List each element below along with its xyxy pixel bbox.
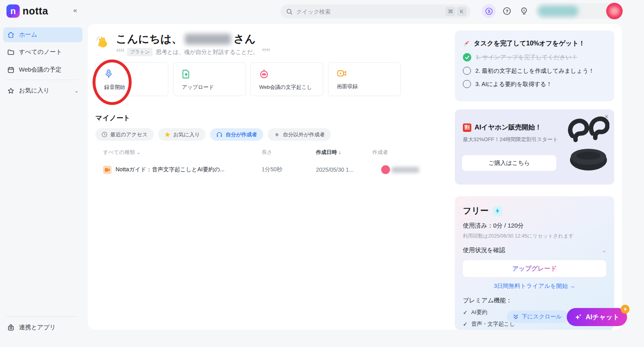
recording-thumb-icon [103, 166, 111, 174]
sidebar-item-all-notes[interactable]: すべてのノート [3, 45, 83, 60]
filter-label: お気に入り [173, 131, 200, 138]
plan-name-row: フリー [463, 205, 606, 216]
creator-name-redacted [392, 167, 419, 173]
quote-open-icon: ““ [116, 49, 124, 55]
note-created: 2025/05/30 1... [316, 166, 353, 173]
meeting-transcription-card[interactable]: Web会議の文字起こし [250, 62, 323, 96]
sidebar-item-integrations[interactable]: 連携とアプリ [3, 320, 83, 335]
section-title-mynotes: マイノート [95, 113, 130, 123]
folder-icon [7, 49, 14, 56]
check-circle-icon [463, 53, 471, 62]
main-panel: こんにちは、さん ““ プラトン 思考とは、魂が自分と対話することだ。 ”” 録… [88, 24, 622, 330]
task-label: 2. 最初の文字起こしを作成してみましょう！ [475, 67, 594, 75]
plan-reset-info: 利用回数は2025/06/30 12:45にリセットされます [463, 233, 606, 240]
question-icon: ? [503, 7, 511, 15]
apps-bag-icon [7, 324, 14, 331]
top-bar: n notta « ⌘ K $ ? [0, 0, 644, 23]
check-icon: ✓ [463, 321, 468, 327]
search-input[interactable] [296, 8, 444, 15]
screen-record-icon [337, 69, 400, 78]
quick-search[interactable]: ⌘ K [281, 4, 471, 18]
tasks-title: タスクを完了して10%オフをゲット！ [463, 39, 606, 48]
sparkles-icon [574, 313, 582, 321]
earn-rewards-button[interactable]: $ [482, 4, 496, 18]
star-yellow-icon [164, 131, 171, 138]
creator-avatar [381, 165, 390, 174]
premium-features-title: プレミアム機能： [463, 297, 606, 304]
purchase-button[interactable]: ご購入はこちら [462, 155, 556, 171]
sidebar-divider [6, 80, 78, 80]
avatar[interactable] [606, 3, 623, 19]
sidebar-divider [6, 316, 78, 317]
svg-text:?: ? [506, 8, 508, 13]
free-trial-link[interactable]: 3日間無料トライアルを開始 → [463, 282, 606, 290]
earphones-image [565, 115, 609, 175]
tasks-card: タスクを完了して10%オフをゲット！ 1. サインアップを完了してください！ 2… [455, 31, 614, 101]
sidebar-item-meeting-schedule[interactable]: Web会議の予定 [3, 62, 83, 77]
waving-hand-icon [95, 35, 110, 50]
filter-created-by-me[interactable]: 自分が作成者 [210, 128, 263, 141]
sidebar-collapse-button[interactable]: « [73, 6, 77, 14]
link-icon [274, 131, 280, 138]
screen-record-card[interactable]: 画面収録 [328, 62, 401, 96]
clock-icon [101, 131, 107, 138]
sidebar-item-label: ホーム [19, 31, 37, 39]
upgrade-button[interactable]: アップグレード [463, 260, 606, 277]
greeting-name-redacted [185, 34, 231, 45]
quote-close-icon: ”” [262, 49, 270, 55]
filter-label: 最近のアクセス [110, 131, 148, 138]
lightbulb-icon [520, 7, 528, 15]
search-icon [286, 8, 293, 15]
column-header-created[interactable]: 作成日時 ↓ [316, 149, 341, 156]
microphone-icon [104, 69, 168, 79]
column-header-creator[interactable]: 作成者 [372, 149, 388, 156]
note-title[interactable]: Nottaガイド：音声文字起こしとAI要約の... [116, 166, 225, 173]
column-header-length[interactable]: 長さ [262, 149, 272, 156]
filter-recent-access[interactable]: 最近のアクセス [95, 128, 154, 141]
user-name-redacted [538, 6, 578, 16]
sidebar-item-label: お気に入り [19, 87, 50, 94]
ai-chat-button[interactable]: AIチャット [567, 308, 627, 326]
svg-text:$: $ [487, 9, 490, 14]
task-label: 1. サインアップを完了してください！ [476, 53, 578, 61]
help-button[interactable]: ? [502, 6, 511, 15]
notta-logo-icon: n [6, 4, 20, 18]
filter-created-by-others[interactable]: 自分以外が作成者 [268, 128, 331, 141]
task-item-2[interactable]: 2. 最初の文字起こしを作成してみましょう！ [463, 67, 606, 75]
headphones-icon [216, 131, 223, 138]
start-recording-card[interactable]: 録音開始 [95, 62, 168, 96]
brand-name: notta [23, 5, 48, 17]
cmd-key: ⌘ [446, 7, 455, 16]
filter-label: 自分以外が作成者 [283, 131, 325, 138]
sidebar-item-label: Web会議の予定 [19, 66, 62, 74]
note-length: 1分50秒 [262, 166, 282, 173]
whats-new-button[interactable] [520, 6, 528, 15]
scroll-down-button[interactable]: 下にスクロール [507, 310, 568, 323]
home-icon [7, 31, 14, 39]
sort-desc-icon: ↓ [339, 149, 341, 155]
sidebar-item-label: 連携とアプリ [19, 324, 56, 331]
k-key: K [457, 7, 466, 16]
task-item-3[interactable]: 3. AIによる要約を取得する！ [463, 80, 606, 88]
chevron-down-icon: ⌄ [74, 88, 78, 94]
star-icon [7, 87, 14, 94]
file-upload-icon [182, 69, 246, 79]
plan-name: フリー [463, 205, 489, 216]
user-account-menu[interactable] [535, 3, 622, 19]
filter-favorites[interactable]: お気に入り [158, 128, 206, 141]
note-filters: 最近のアクセス お気に入り 自分が作成者 自分以外が作成者 [95, 128, 331, 141]
earphone-promo-card: × 割 AIイヤホン販売開始！ 最大32%OFF！24時間限定割引スタート ご購… [455, 109, 614, 185]
dollar-coin-icon: $ [485, 7, 493, 15]
empty-circle-icon [463, 67, 471, 75]
action-label: Web会議の文字起こし [259, 84, 323, 91]
chevron-down-icon: ⌄ [136, 149, 141, 155]
sidebar-item-favorites[interactable]: お気に入り ⌄ [3, 83, 83, 98]
plan-usage: 使用済み：0分 / 120分 [463, 222, 606, 230]
task-item-1: 1. サインアップを完了してください！ [463, 53, 606, 62]
usage-detail-toggle[interactable]: 使用状況を確認 ⌄ [463, 246, 606, 254]
type-filter-dropdown[interactable]: すべての種類 ⌄ [103, 149, 141, 156]
sidebar-item-home[interactable]: ホーム [3, 27, 83, 42]
chevron-down-icon: ⌄ [602, 248, 606, 253]
note-row[interactable]: Nottaガイド：音声文字起こしとAI要約の... 1分50秒 2025/05/… [95, 162, 482, 178]
upload-card[interactable]: アップロード [173, 62, 246, 96]
